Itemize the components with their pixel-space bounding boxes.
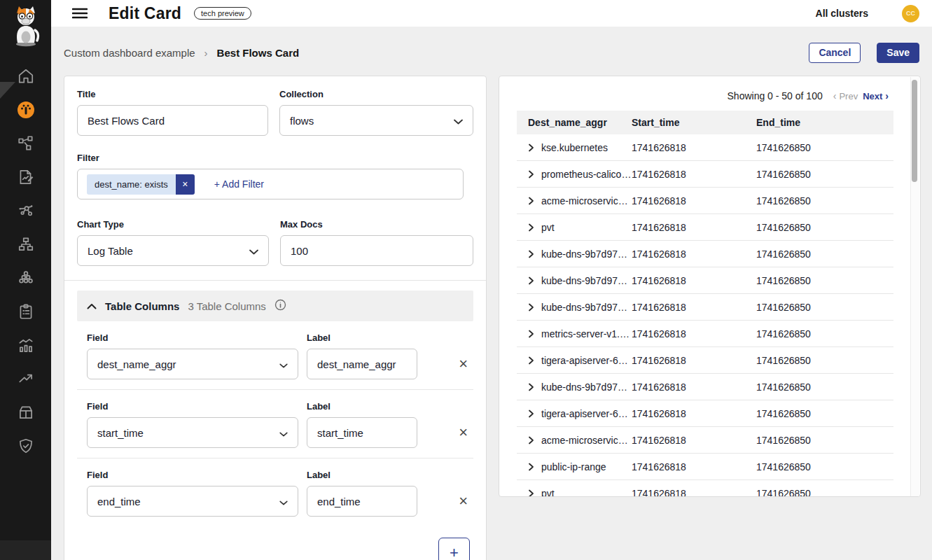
end-time-cell: 1741626850 bbox=[756, 169, 893, 180]
remove-column-icon[interactable]: × bbox=[459, 493, 468, 509]
cluster-circles-icon bbox=[17, 269, 35, 290]
table-row[interactable]: kse.kubernetes 1741626818 1741626850 bbox=[517, 134, 893, 161]
label-input[interactable] bbox=[307, 349, 417, 379]
chevron-right-icon[interactable] bbox=[528, 356, 534, 365]
pagination: Showing 0 - 50 of 100 ‹ Prev Next › bbox=[499, 90, 889, 102]
clipboard-icon bbox=[17, 302, 35, 323]
cancel-button[interactable]: Cancel bbox=[809, 43, 861, 63]
chevron-down-icon bbox=[279, 496, 288, 507]
next-button[interactable]: Next › bbox=[863, 91, 889, 102]
chevron-right-icon[interactable] bbox=[528, 197, 534, 205]
collection-select[interactable]: flows bbox=[279, 105, 473, 136]
dest-name-cell: acme-microservice… bbox=[541, 435, 632, 446]
chevron-right-icon[interactable] bbox=[528, 410, 534, 418]
sidebar-item-dashboards[interactable] bbox=[0, 94, 51, 128]
chevron-right-icon[interactable] bbox=[528, 436, 534, 444]
table-row[interactable]: prometheus-calico… 1741626818 1741626850 bbox=[517, 161, 893, 188]
chevron-up-icon[interactable] bbox=[87, 300, 97, 312]
title-input[interactable] bbox=[77, 105, 268, 136]
end-time-cell: 1741626850 bbox=[756, 382, 893, 393]
chevron-right-icon[interactable] bbox=[528, 223, 534, 232]
table-row[interactable]: pvt 1741626818 1741626850 bbox=[517, 214, 893, 241]
chevron-right-icon[interactable] bbox=[528, 250, 534, 258]
save-button[interactable]: Save bbox=[877, 43, 919, 63]
start-time-cell: 1741626818 bbox=[632, 142, 756, 153]
chevron-right-icon[interactable] bbox=[528, 330, 534, 338]
max-docs-input[interactable] bbox=[280, 235, 473, 266]
sidebar-item-activity[interactable] bbox=[0, 330, 51, 363]
scrollbar-track[interactable] bbox=[910, 77, 919, 497]
table-row[interactable]: kube-dns-9b7d977f… 1741626818 1741626850 bbox=[517, 241, 893, 267]
avatar[interactable]: CC bbox=[902, 5, 919, 22]
filter-tag-remove-icon[interactable]: × bbox=[176, 174, 195, 195]
end-time-cell: 1741626850 bbox=[756, 435, 893, 446]
add-filter-link[interactable]: + Add Filter bbox=[214, 178, 264, 190]
breadcrumb-parent[interactable]: Custom dashboard example bbox=[64, 47, 195, 59]
table-header-row: Dest_name_aggr Start_time End_time bbox=[517, 111, 893, 134]
field-select[interactable]: dest_name_aggr bbox=[87, 349, 298, 379]
table-row[interactable]: public-ip-range 1741626818 1741626850 bbox=[517, 454, 893, 480]
table-row[interactable]: pvt 1741626818 1741626850 bbox=[517, 480, 893, 497]
sidebar-item-network-sets[interactable] bbox=[0, 195, 51, 229]
table-row[interactable]: kube-dns-9b7d977f… 1741626818 1741626850 bbox=[517, 267, 893, 294]
prev-button[interactable]: ‹ Prev bbox=[833, 91, 858, 102]
field-select[interactable]: start_time bbox=[87, 417, 298, 448]
chart-type-value: Log Table bbox=[88, 245, 133, 257]
chevron-right-icon[interactable] bbox=[528, 383, 534, 391]
table-row[interactable]: acme-microservice… 1741626818 1741626850 bbox=[517, 188, 893, 214]
chevron-right-icon[interactable] bbox=[528, 303, 534, 312]
filter-tag: dest_name: exists × bbox=[87, 174, 195, 195]
start-time-cell: 1741626818 bbox=[632, 275, 756, 286]
end-time-cell: 1741626850 bbox=[756, 488, 893, 498]
table-row[interactable]: metrics-server-v1.3… 1741626818 17416268… bbox=[517, 321, 893, 347]
sidebar-item-policies[interactable] bbox=[0, 162, 51, 195]
filter-box[interactable]: dest_name: exists × + Add Filter bbox=[77, 169, 464, 200]
sidebar-item-workloads[interactable] bbox=[0, 397, 51, 430]
menu-icon[interactable] bbox=[71, 4, 89, 22]
sidebar-item-threat-defense[interactable] bbox=[0, 430, 51, 464]
table-columns-header[interactable]: Table Columns 3 Table Columns bbox=[77, 290, 473, 321]
table-column-config-row: Field Label start_time × bbox=[77, 390, 473, 458]
preview-panel: Showing 0 - 50 of 100 ‹ Prev Next › Dest… bbox=[499, 76, 921, 497]
chevron-right-icon[interactable] bbox=[528, 144, 534, 152]
sidebar-item-endpoints[interactable] bbox=[0, 229, 51, 262]
chevron-down-icon bbox=[279, 358, 288, 370]
collection-label: Collection bbox=[279, 89, 473, 99]
end-time-cell: 1741626850 bbox=[756, 355, 893, 366]
table-column-config-row: Field Label end_time × bbox=[77, 458, 473, 526]
home-icon bbox=[17, 67, 35, 88]
sidebar-item-trends[interactable] bbox=[0, 363, 51, 397]
scrollbar-thumb[interactable] bbox=[912, 80, 917, 182]
dest-name-cell: kube-dns-9b7d977f… bbox=[541, 248, 632, 260]
add-column-button[interactable]: + bbox=[438, 538, 470, 560]
sidebar-item-compliance[interactable] bbox=[0, 296, 51, 330]
label-input[interactable] bbox=[307, 486, 417, 517]
sidebar-item-home[interactable] bbox=[0, 61, 51, 94]
table-columns-list: Field Label dest_name_aggr × Field Label bbox=[77, 321, 473, 526]
chevron-right-icon[interactable] bbox=[528, 489, 534, 498]
table-row[interactable]: tigera-apiserver-6b… 1741626818 17416268… bbox=[517, 347, 893, 374]
chevron-right-icon[interactable] bbox=[528, 463, 534, 471]
chevron-right-icon[interactable] bbox=[528, 276, 534, 285]
end-time-cell: 1741626850 bbox=[756, 275, 893, 286]
policy-document-icon bbox=[17, 168, 35, 189]
sidebar-item-service-graph[interactable] bbox=[0, 128, 51, 162]
cluster-selector[interactable]: All clusters bbox=[816, 8, 868, 19]
remove-column-icon[interactable]: × bbox=[459, 425, 468, 440]
label-input[interactable] bbox=[307, 417, 417, 448]
table-row[interactable]: tigera-apiserver-6b… 1741626818 17416268… bbox=[517, 400, 893, 427]
chart-type-label: Chart Type bbox=[77, 219, 269, 230]
table-row[interactable]: kube-dns-9b7d977f… 1741626818 1741626850 bbox=[517, 294, 893, 321]
table-row[interactable]: kube-dns-9b7d977f… 1741626818 1741626850 bbox=[517, 374, 893, 400]
table-columns-title: Table Columns bbox=[105, 300, 179, 312]
chevron-down-icon bbox=[454, 115, 463, 127]
chevron-right-icon[interactable] bbox=[528, 170, 534, 178]
chart-type-select[interactable]: Log Table bbox=[77, 235, 269, 266]
field-select[interactable]: end_time bbox=[87, 486, 298, 517]
sidebar-item-clusters[interactable] bbox=[0, 262, 51, 296]
info-icon[interactable] bbox=[274, 299, 286, 314]
calico-cat-logo[interactable] bbox=[0, 0, 51, 48]
table-row[interactable]: acme-microservice… 1741626818 1741626850 bbox=[517, 427, 893, 454]
remove-column-icon[interactable]: × bbox=[459, 356, 468, 372]
package-icon bbox=[17, 403, 35, 424]
